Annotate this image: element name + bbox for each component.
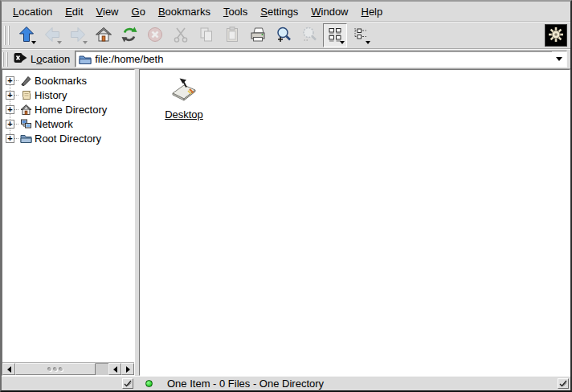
location-combobox	[75, 51, 567, 67]
home-folder-icon	[19, 103, 33, 116]
back-button[interactable]	[40, 23, 64, 47]
menu-go[interactable]: Go	[125, 3, 152, 20]
status-text: One Item - 0 Files - One Directory	[167, 378, 324, 390]
back-dropdown-caret[interactable]	[57, 41, 62, 44]
sidebar-item-label: Home Directory	[35, 104, 107, 116]
reload-button[interactable]	[117, 23, 141, 47]
print-icon	[249, 26, 267, 46]
menu-help[interactable]: Help	[355, 3, 390, 20]
tree-view-dropdown-caret[interactable]	[366, 41, 370, 44]
menu-window[interactable]: Window	[304, 3, 354, 20]
arrow-right-icon	[126, 366, 130, 373]
konqueror-window: Location Edit View Go Bookmarks Tools Se…	[0, 0, 572, 392]
main-toolbar	[2, 22, 570, 49]
scrollbar-thumb[interactable]	[15, 363, 96, 375]
expand-plus-icon[interactable]: +	[6, 91, 14, 100]
menu-edit[interactable]: Edit	[59, 3, 89, 20]
scroll-left-button-2[interactable]	[108, 363, 121, 375]
sidebar-horizontal-scrollbar	[2, 362, 134, 375]
scrollbar-track[interactable]	[15, 363, 108, 375]
tree-view-button[interactable]	[349, 23, 373, 47]
file-view[interactable]: Desktop	[139, 69, 570, 376]
status-led	[145, 380, 153, 387]
cut-button[interactable]	[169, 23, 193, 47]
file-item-desktop[interactable]: Desktop	[156, 76, 212, 120]
zoom-in-button[interactable]	[272, 23, 296, 47]
sidebar-item-history[interactable]: + History	[2, 88, 134, 102]
menu-view[interactable]: View	[90, 3, 125, 20]
sidebar-item-label: Root Directory	[35, 133, 101, 145]
main-statusbar: One Item - 0 Files - One Directory	[139, 376, 570, 390]
menu-tools[interactable]: Tools	[217, 3, 254, 20]
stop-button[interactable]	[143, 23, 167, 47]
location-dropdown-button[interactable]	[552, 51, 566, 67]
view-indicator-icon[interactable]	[122, 378, 133, 389]
paste-button[interactable]	[220, 23, 244, 47]
sidebar-panel: + Bookmarks + History + Home Directory	[2, 69, 135, 376]
forward-dropdown-caret[interactable]	[83, 41, 88, 44]
paste-icon	[223, 26, 241, 46]
expand-plus-icon[interactable]: +	[6, 120, 14, 129]
stop-icon	[146, 26, 164, 46]
sidebar-item-network[interactable]: + Network	[2, 116, 134, 131]
sidebar-item-label: History	[35, 89, 67, 101]
location-input[interactable]	[95, 52, 552, 66]
menu-bookmarks[interactable]: Bookmarks	[152, 3, 217, 20]
reload-icon	[121, 26, 138, 46]
zoom-out-icon	[300, 26, 318, 46]
sidebar-item-bookmarks[interactable]: + Bookmarks	[2, 73, 134, 88]
location-toolbar-grip[interactable]	[2, 52, 8, 67]
icon-view-button[interactable]	[323, 23, 347, 47]
menubar: Location Edit View Go Bookmarks Tools Se…	[2, 2, 570, 22]
expand-plus-icon[interactable]: +	[6, 134, 14, 143]
scroll-right-button[interactable]	[121, 363, 134, 375]
history-icon	[19, 88, 33, 101]
main-area: + Bookmarks + History + Home Directory	[2, 69, 570, 376]
sidebar-statusbar	[2, 376, 135, 390]
kde-gear-icon	[547, 26, 565, 46]
cut-icon	[172, 26, 190, 46]
statusbar: One Item - 0 Files - One Directory	[2, 376, 570, 390]
clear-location-icon	[14, 52, 27, 66]
sidebar-item-home-directory[interactable]: + Home Directory	[2, 102, 134, 116]
zoom-in-icon	[275, 26, 292, 46]
copy-button[interactable]	[194, 23, 219, 47]
sidebar-item-label: Bookmarks	[35, 75, 87, 87]
sidebar-item-label: Network	[35, 118, 73, 130]
icon-view-dropdown-caret[interactable]	[340, 41, 345, 44]
view-indicator-icon[interactable]	[558, 378, 569, 389]
root-folder-icon	[19, 132, 33, 145]
file-item-label[interactable]: Desktop	[165, 108, 203, 120]
clear-location-button[interactable]	[11, 52, 29, 67]
forward-button[interactable]	[66, 23, 90, 47]
home-button[interactable]	[92, 23, 116, 47]
menu-settings[interactable]: Settings	[254, 3, 304, 20]
location-toolbar: Location	[2, 49, 570, 69]
zoom-out-button[interactable]	[297, 23, 321, 47]
sidebar-tree: + Bookmarks + History + Home Directory	[2, 70, 134, 362]
expand-plus-icon[interactable]: +	[6, 76, 14, 85]
arrow-left-icon	[7, 366, 11, 373]
folder-icon	[79, 54, 92, 65]
location-label: Location	[31, 53, 70, 65]
scroll-left-button[interactable]	[2, 363, 15, 375]
chevron-down-icon	[556, 57, 562, 61]
print-button[interactable]	[246, 23, 270, 47]
network-icon	[19, 117, 33, 130]
expand-plus-icon[interactable]: +	[6, 105, 14, 114]
menu-location[interactable]: Location	[6, 3, 59, 20]
desktop-folder-icon	[156, 76, 212, 105]
copy-icon	[198, 26, 215, 46]
sidebar-item-root-directory[interactable]: + Root Directory	[2, 131, 134, 145]
bookmarks-icon	[19, 74, 33, 87]
toolbar-grip[interactable]	[4, 26, 10, 45]
arrow-left-icon	[113, 366, 117, 373]
up-button[interactable]	[14, 23, 39, 47]
konqueror-throbber[interactable]	[545, 24, 567, 47]
up-dropdown-caret[interactable]	[31, 41, 36, 44]
home-icon	[95, 26, 112, 46]
